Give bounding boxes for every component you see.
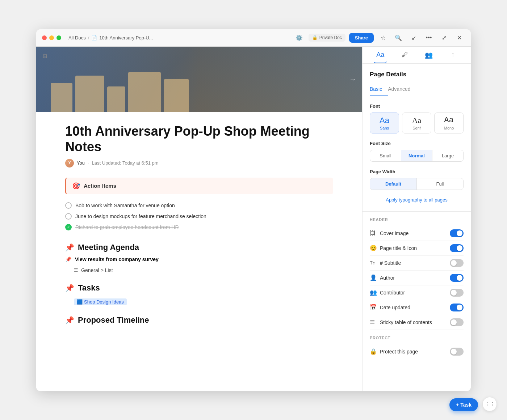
font-sans-label: Sans [380,126,389,130]
more-icon-btn[interactable]: ••• [423,32,435,43]
avatar: Y [65,159,74,167]
settings-icon-btn[interactable]: ⚙️ [293,32,305,43]
doc-content: 10th Anniversary Pop-Up Shop Meeting Not… [36,112,362,351]
cover-image-icon: 🖼 [370,230,380,237]
font-option-mono[interactable]: Aa Mono [434,113,464,133]
toggle-page-title: 😊 Page title & Icon [370,241,464,256]
tab-share[interactable]: ↑ [447,50,460,63]
toggle-contributor: 👥 Contributor [370,285,464,300]
protect-section-label: PROTECT [370,336,464,340]
cover-image-toggle[interactable] [450,229,464,237]
todo-item-2: June to design mockups for feature merch… [65,211,333,222]
grid-view-button[interactable]: ⋮⋮ [482,397,497,411]
contributor-label: Contributor [380,290,450,296]
survey-text: View results from company survey [75,256,159,262]
agenda-bullet-list: ☰ General > List [74,266,333,275]
author-toggle[interactable] [450,274,464,282]
header-section-label: HEADER [370,217,464,222]
fullscreen-button[interactable] [56,35,61,40]
last-updated: Last Updated: Today at 6:51 pm [92,160,159,166]
font-mono-aa: Aa [444,116,453,124]
toggle-sticky-toc: ☰ Sticky table of contents [370,315,464,330]
titlebar-actions: ⚙️ 🔒 Private Doc Share ☆ 🔍 ↙ ••• ⤢ ✕ [293,32,465,43]
toggle-cover-image: 🖼 Cover image [370,226,464,241]
todo-text-2: June to design mockups for feature merch… [75,213,206,219]
window-size-icon-btn[interactable]: ⤢ [438,32,450,43]
close-icon-btn[interactable]: ✕ [453,32,465,43]
meta-separator: · [88,160,89,166]
survey-item: 📌 View results from company survey [65,256,333,262]
page-title-icon: 😊 [370,245,380,251]
page-detail-tabs: Basic Advanced [370,84,464,96]
contributor-icon: 👥 [370,289,380,296]
breadcrumb-home[interactable]: All Docs [68,35,86,41]
size-large[interactable]: Large [432,150,463,161]
meeting-agenda-heading: 📌 Meeting Agenda [65,243,333,252]
cover-image-label: Cover image [380,230,450,236]
minimize-button[interactable] [49,35,54,40]
callout-text: Action Items [84,183,116,189]
agenda-heading-text: Meeting Agenda [78,243,139,252]
font-option-sans[interactable]: Aa Sans [370,113,399,133]
date-updated-toggle[interactable] [450,304,464,311]
protect-label: Protect this page [380,349,450,355]
task-fab-button[interactable]: + Task [449,398,478,411]
timeline-heading: 📌 Proposed Timeline [65,315,333,325]
tasks-bullet-list: 🟦 Shop Design Ideas [74,297,333,307]
todo-item-3: ✓ Richard to grab employee headcount fro… [65,222,333,233]
timeline-icon: 📌 [65,316,74,324]
share-button[interactable]: Share [349,33,374,43]
toggle-author: 👤 Author [370,271,464,285]
font-serif-aa: Aa [412,116,422,124]
width-default[interactable]: Default [370,178,417,190]
page-title-toggle[interactable] [450,244,464,252]
subtitle-icon: T↕ [370,260,380,266]
search-icon-btn[interactable]: 🔍 [393,32,404,43]
close-button[interactable] [42,35,47,40]
privacy-badge[interactable]: 🔒 Private Doc [309,34,345,42]
doc-meta: Y You · Last Updated: Today at 6:51 pm [65,159,333,167]
sticky-toc-toggle[interactable] [450,318,464,326]
tab-basic[interactable]: Basic [370,84,388,96]
size-small[interactable]: Small [370,150,401,161]
page-details-title: Page Details [370,71,464,78]
page-width-options: Default Full [370,178,464,190]
cover-image: → [36,47,362,112]
contributor-toggle[interactable] [450,289,464,297]
todo-text-1: Bob to work with Samantha for venue opti… [75,203,175,208]
traffic-lights [42,35,61,40]
doc-area: ⊞ → 10th Anniversary Pop-Up Shop Meeting… [36,47,362,391]
todo-checkbox-3[interactable]: ✓ [65,224,72,230]
toggle-subtitle: T↕ # Subtitle [370,256,464,271]
main-layout: ⊞ → 10th Anniversary Pop-Up Shop Meeting… [36,47,471,391]
size-normal[interactable]: Normal [401,150,432,161]
date-updated-label: Date updated [380,305,450,310]
tab-paint[interactable]: 🖌 [398,50,411,63]
date-updated-icon: 📅 [370,304,380,311]
protect-toggle[interactable] [450,348,464,356]
bookmark-icon-btn[interactable]: ☆ [377,32,389,43]
font-option-serif[interactable]: Aa Serif [402,113,431,133]
sidebar-toggle-button[interactable]: ⊞ [40,51,50,61]
font-options: Aa Sans Aa Serif Aa Mono [370,113,464,133]
breadcrumb-separator: / [88,35,89,41]
apply-typography-link[interactable]: Apply typography to all pages [370,196,464,204]
list-item-1: ☰ General > List [74,266,333,275]
tab-advanced[interactable]: Advanced [388,84,416,96]
task-badge-icon: 🟦 [77,299,83,305]
tab-users[interactable]: 👥 [422,50,435,63]
todo-list: Bob to work with Samantha for venue opti… [65,200,333,233]
app-window: All Docs / 📄 10th Anniversary Pop-U... ⚙… [36,29,471,391]
todo-checkbox-2[interactable] [65,213,72,220]
tab-text[interactable]: Aa [374,50,387,63]
download-icon-btn[interactable]: ↙ [408,32,419,43]
width-full[interactable]: Full [417,178,463,190]
subtitle-toggle[interactable] [450,259,464,267]
tasks-heading-text: Tasks [78,283,100,293]
titlebar: All Docs / 📄 10th Anniversary Pop-U... ⚙… [36,29,471,47]
sticky-toc-label: Sticky table of contents [380,319,450,325]
callout-block: 🎯 Action Items [65,178,333,194]
todo-text-3: Richard to grab employee headcount from … [75,224,179,230]
todo-item-1: Bob to work with Samantha for venue opti… [65,200,333,211]
todo-checkbox-1[interactable] [65,202,72,209]
